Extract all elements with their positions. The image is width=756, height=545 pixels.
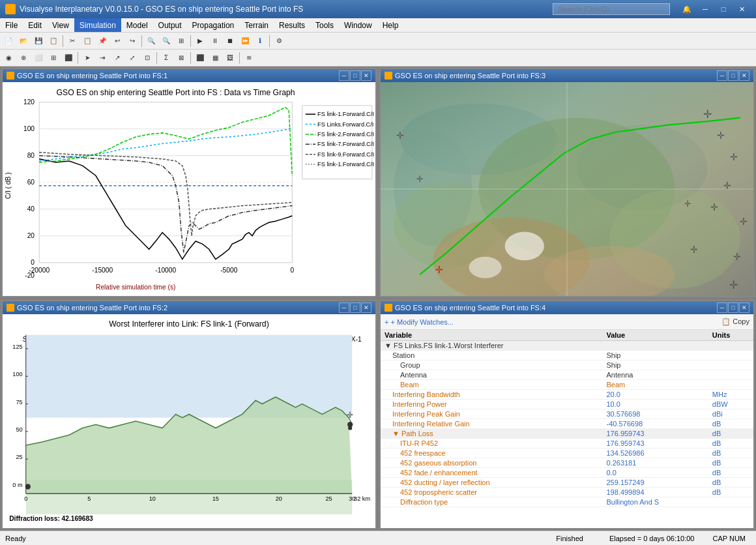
minimize-button[interactable]: ─ [696, 0, 714, 18]
panel3-maximize[interactable]: □ [728, 70, 738, 81]
table-row: Diffraction type Bullington And S [381, 497, 753, 507]
search-input[interactable] [553, 3, 670, 15]
cell-units: dBi [708, 409, 753, 419]
tb2-n[interactable]: ▦ [208, 51, 222, 65]
menu-file[interactable]: File [0, 18, 23, 32]
cell-value: Ship [602, 351, 708, 361]
cell-variable: Station [381, 351, 602, 361]
tb-stop[interactable]: ⏹ [223, 34, 237, 48]
panel4-close[interactable]: ✕ [739, 302, 749, 313]
panel1-close[interactable]: ✕ [361, 70, 371, 81]
menu-terrain[interactable]: Terrain [239, 18, 274, 32]
tb2-k[interactable]: Σ [159, 51, 173, 65]
svg-text:20: 20 [276, 495, 282, 502]
menu-help[interactable]: Help [377, 18, 404, 32]
menu-output[interactable]: Output [153, 18, 187, 32]
tb-new[interactable]: 📄 [1, 34, 16, 48]
cell-units: dB [708, 478, 753, 488]
tb-saveas[interactable]: 📋 [46, 34, 61, 48]
svg-text:✛: ✛ [703, 108, 712, 121]
table-row: 452 gaseous absorption 0.263181 dB [381, 458, 753, 468]
svg-text:✛: ✛ [435, 264, 443, 275]
tb-settings[interactable]: ⚙ [272, 34, 286, 48]
panel4-maximize[interactable]: □ [728, 302, 738, 313]
svg-text:5: 5 [87, 495, 91, 502]
tb2-i[interactable]: ⤢ [125, 51, 139, 65]
svg-text:15: 15 [212, 495, 219, 502]
tb-fit[interactable]: ⊞ [174, 34, 188, 48]
menu-view[interactable]: View [47, 18, 74, 32]
svg-text:-5000: -5000 [220, 267, 237, 274]
tb2-c[interactable]: ⬜ [31, 51, 46, 65]
tb-ff[interactable]: ⏩ [238, 34, 252, 48]
panel3-minimize[interactable]: ─ [717, 70, 727, 81]
svg-text:✛: ✛ [710, 201, 718, 213]
menu-model[interactable]: Model [121, 18, 153, 32]
tb2-g[interactable]: ⇥ [95, 51, 109, 65]
menu-simulation[interactable]: Simulation [74, 18, 121, 32]
panel-data: GSO ES on ship entering Seattle Port int… [379, 300, 755, 529]
svg-text:0: 0 [290, 267, 294, 274]
svg-text:60: 60 [27, 179, 35, 186]
menu-propagation[interactable]: Propagation [187, 18, 240, 32]
panel2-minimize[interactable]: ─ [339, 302, 349, 313]
tb-undo[interactable]: ↩ [110, 34, 124, 48]
tb-zoom-out[interactable]: 🔍 [159, 34, 173, 48]
menu-edit[interactable]: Edit [23, 18, 47, 32]
panel2-terrain-area: Worst Interferer into Link: FS link-1 (F… [3, 314, 375, 528]
tb2-l[interactable]: ⊠ [174, 51, 188, 65]
menu-window[interactable]: Window [339, 18, 377, 32]
table-row: 452 fade / enhancement 0.0 dB [381, 468, 753, 478]
tb-save[interactable]: 💾 [31, 34, 46, 48]
tb-pause[interactable]: ⏸ [208, 34, 222, 48]
cell-units: dB [708, 488, 753, 497]
menu-bar: File Edit View Simulation Model Output P… [0, 18, 756, 33]
tb-cut[interactable]: ✂ [65, 34, 80, 48]
tb2-a[interactable]: ◉ [1, 51, 16, 65]
svg-text:50: 50 [16, 426, 22, 433]
panel1-maximize[interactable]: □ [350, 70, 360, 81]
table-row: 452 tropospheric scatter 198.499894 dB [381, 488, 753, 497]
modify-watches-button[interactable]: + + Modify Watches... [385, 318, 454, 326]
menu-results[interactable]: Results [274, 18, 310, 32]
tb2-m[interactable]: ⬛ [193, 51, 207, 65]
svg-text:-10000: -10000 [155, 267, 176, 274]
panel2-maximize[interactable]: □ [350, 302, 360, 313]
tb2-b[interactable]: ⊕ [16, 51, 31, 65]
panel3-close[interactable]: ✕ [739, 70, 749, 81]
tb2-h[interactable]: ↗ [110, 51, 124, 65]
copy-button[interactable]: 📋 Copy [721, 317, 749, 326]
tb-copy[interactable]: 📋 [80, 34, 94, 48]
maximize-button[interactable]: □ [714, 0, 733, 18]
panel1-title: GSO ES on ship entering Seattle Port int… [17, 72, 339, 80]
tb-play[interactable]: ▶ [193, 34, 207, 48]
cell-units: dB [708, 419, 753, 429]
menu-tools[interactable]: Tools [310, 18, 339, 32]
tb2-p[interactable]: ≋ [242, 51, 256, 65]
notification-icon[interactable]: 🔔 [678, 0, 696, 18]
tb-paste[interactable]: 📌 [95, 34, 109, 48]
tb2-d[interactable]: ⊞ [46, 51, 61, 65]
panel3-map-area[interactable]: ✛ ✛ ✛ ✛ ✛ ✛ ✛ ✛ ✛ ✛ ✛ ✛ ✛ [381, 82, 753, 296]
tb-open[interactable]: 📂 [16, 34, 31, 48]
tb2-o[interactable]: 🖼 [223, 51, 237, 65]
tb-zoom-in[interactable]: 🔍 [144, 34, 158, 48]
cell-units: dB [708, 468, 753, 478]
panel2-close[interactable]: ✕ [361, 302, 371, 313]
close-button[interactable]: ✕ [733, 0, 751, 18]
tb2-e[interactable]: ⬛ [61, 51, 76, 65]
panel-map: GSO ES on ship entering Seattle Port int… [379, 68, 755, 297]
tb2-f[interactable]: ➤ [80, 51, 94, 65]
cell-variable: 452 tropospheric scatter [381, 488, 602, 497]
cell-variable: Interfering Power [381, 400, 602, 409]
panel-chart: GSO ES on ship entering Seattle Port int… [1, 68, 377, 297]
tb2-j[interactable]: ⊡ [140, 51, 154, 65]
cell-variable: Antenna [381, 370, 602, 380]
panel4-minimize[interactable]: ─ [717, 302, 727, 313]
tb-redo[interactable]: ↪ [125, 34, 139, 48]
panel1-minimize[interactable]: ─ [339, 70, 349, 81]
svg-text:✛: ✛ [690, 244, 698, 256]
cell-units: dB [708, 439, 753, 449]
data-table[interactable]: Variable Value Units ▼ FS Links.FS link-… [381, 330, 753, 528]
tb-info[interactable]: ℹ [253, 34, 267, 48]
